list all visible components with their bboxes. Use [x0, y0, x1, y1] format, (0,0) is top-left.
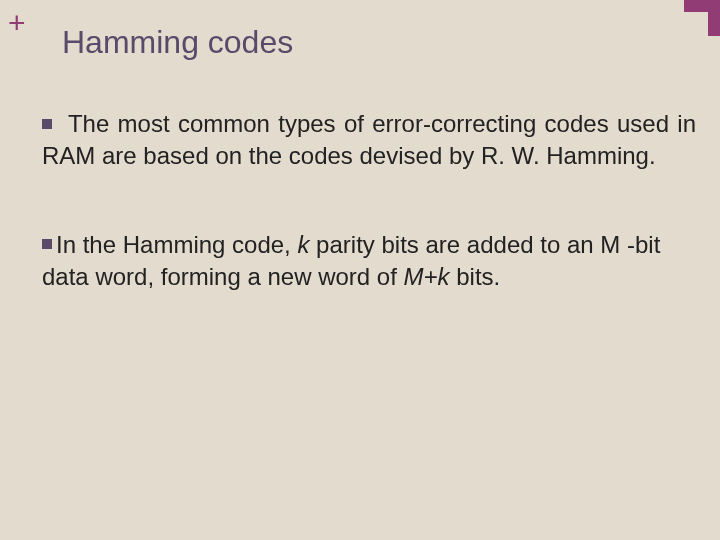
bullet-2-k1: k: [297, 231, 309, 258]
square-bullet-icon: [42, 119, 52, 129]
bullet-2-prefix: In the Hamming code,: [56, 231, 297, 258]
slide-title: Hamming codes: [62, 24, 293, 61]
bullet-1: The most common types of error-correctin…: [42, 108, 696, 173]
corner-accent: [684, 0, 720, 12]
square-bullet-icon: [42, 239, 52, 249]
bullet-2-suffix: bits.: [450, 263, 501, 290]
plus-icon: +: [8, 8, 26, 38]
bullet-1-text: The most common types of error-correctin…: [42, 110, 696, 169]
slide-body: The most common types of error-correctin…: [42, 108, 696, 350]
bullet-2-mk: M+k: [404, 263, 450, 290]
bullet-2: In the Hamming code, k parity bits are a…: [42, 229, 696, 294]
